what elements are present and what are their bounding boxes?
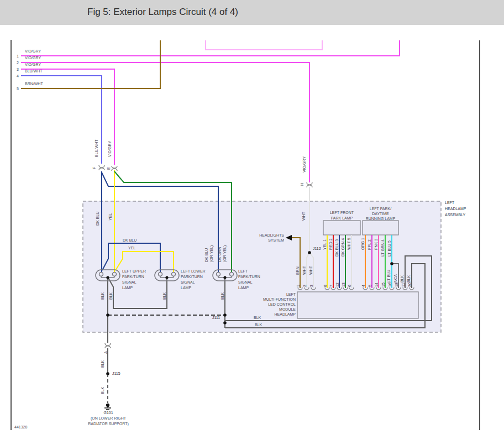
wire-color-label: VIO/GRY [302, 156, 307, 172]
wire-color-label: BLU/WHT [94, 140, 99, 158]
wire-color-label: DK BLU [123, 238, 136, 243]
ground-symbol [104, 404, 111, 410]
module-pin-number: 16 [387, 282, 392, 287]
ground-label-g101: G101 [92, 410, 125, 415]
module-pin-number: 1 [296, 285, 301, 287]
circuit-row-num: 4 [14, 74, 19, 78]
wiring-diagram-canvas [0, 0, 504, 445]
module-pin-number: 2 [302, 285, 307, 287]
wire-color-label: YEL 1 [322, 239, 327, 250]
wire-pale-pink-loop [206, 40, 322, 50]
wire-color-label: BRN [295, 266, 300, 275]
circuit-row-num: 3 [14, 67, 19, 72]
headlights-system-label: SYSTEM [243, 238, 284, 243]
wire-vio-gry-1 [21, 40, 400, 56]
module-pin-number: 7 [329, 285, 334, 287]
wire-color-label: YEL [108, 213, 113, 221]
front-park-lamp-box [323, 221, 360, 235]
wire-vio-gry-2 [21, 62, 309, 182]
module-title: MULTI-FUNCTION [243, 297, 296, 302]
wire-color-label: WHT [308, 266, 313, 275]
lamp-name: PARK/TURN [181, 274, 203, 279]
wire-color-label: DK BLU [204, 248, 209, 262]
wire-color-label: NCA [393, 274, 398, 282]
wire-color-label: (OR YEL) [209, 245, 214, 262]
wire-color-label: LT GRN 4 [380, 239, 385, 256]
inline-connector-h [307, 182, 312, 187]
wire-color-label: WHT [301, 212, 306, 221]
module-pin-number: 12 [335, 282, 340, 287]
junction-label-j112: J112 [313, 246, 321, 251]
wire-color-label: BLU/WHT [25, 69, 43, 74]
front-park-lamp-title: LEFT FRONT [323, 210, 360, 215]
assembly-label: ASSEMBLY [445, 212, 465, 217]
module-pin-number: 14 [374, 282, 379, 287]
drl-lamp-title: RUNNING LAMP [363, 216, 398, 221]
drl-lamp-title: DAYTIME [363, 211, 398, 216]
wire-color-label: BLK [406, 275, 411, 282]
module-title: MODULE [243, 307, 296, 312]
circuit-row-num: 2 [14, 60, 19, 65]
lamp-name: LAMP [122, 285, 133, 290]
headlights-system-label: HEADLIGHTS [243, 233, 284, 238]
wire-color-label: LT BLU 5 [387, 240, 392, 256]
lamp-name: LEFT LOWER [181, 269, 206, 274]
module-pin-number: 20 [407, 282, 412, 287]
wire-color-label: VIO/GRY [25, 49, 41, 54]
ground-location: RADIATOR SUPPORT) [83, 421, 133, 426]
assembly-label: LEFT [445, 200, 454, 205]
lamp-name: PARK/TURN [122, 274, 144, 279]
led-control-module-box [297, 292, 418, 318]
lamp-name: SIGNAL [238, 280, 253, 285]
figure-id: 441328 [14, 425, 27, 430]
module-title: HEADLAMP [243, 312, 296, 317]
wire-color-label: LT BLU [386, 270, 391, 282]
lamp-name: LAMP [238, 285, 249, 290]
module-pin-number: 5 [368, 285, 372, 287]
drl-lamp-title: LEFT PARK/ [363, 206, 398, 211]
ground-location: (ON LOWER RIGHT [83, 416, 133, 421]
wire-color-label: BLK [162, 292, 167, 300]
wire-color-label: BLK [255, 322, 262, 327]
drl-lamp-box [363, 221, 398, 235]
inline-connector-f [99, 165, 104, 170]
junction-label-j115: J115 [112, 371, 120, 376]
wire-color-label: BLK [100, 360, 105, 368]
module-pin-number: 3 [309, 285, 314, 287]
wire-color-label: (OR YEL) [222, 245, 227, 262]
connector-pin-letter: E [106, 167, 111, 170]
wire-color-label: BLK [220, 292, 225, 300]
connector-pin-letter: A [103, 351, 108, 354]
module-title: LED CONTROL [243, 302, 296, 307]
connector-pin-letter: F [92, 167, 97, 169]
lamp-name: LEFT UPPER [122, 269, 146, 274]
inline-connector-e [112, 166, 117, 171]
wire-color-label: DK GRN [217, 247, 222, 262]
wire-color-label: DK BLU 3 [334, 239, 339, 256]
front-park-lamp-title: PARK LAMP [323, 216, 360, 221]
lamp-name: PARK/TURN [238, 274, 260, 279]
wire-color-label: BLK [108, 292, 113, 300]
lamp-name: SIGNAL [181, 280, 195, 285]
module-title: LEFT [243, 292, 296, 297]
module-pin-number: 6 [347, 285, 352, 287]
lamp-name: SIGNAL [122, 280, 136, 285]
assembly-label: HEADLAMP [445, 206, 466, 211]
wire-color-label: DK BLU [95, 212, 100, 226]
wire-color-label: DK GRN 4 [340, 238, 345, 256]
module-pin-number: 8 [323, 285, 328, 287]
module-pin-number: 13 [341, 282, 346, 287]
inline-connector-a [105, 343, 111, 348]
wire-color-label: ORG 1 [360, 238, 365, 250]
circuit-row-num: 5 [14, 86, 19, 91]
connector-pin-letter: H [300, 183, 305, 186]
wire-color-label: VIO/GRY [25, 62, 41, 67]
wire-color-label: WHT 5 [347, 238, 351, 250]
module-pin-number: 15 [381, 282, 386, 287]
wire-color-label: VIO/GRY [25, 55, 41, 60]
wiring-diagram-page: Fig 5: Exterior Lamps Circuit (4 of 4) [0, 0, 504, 445]
wire-color-label: RED 2 [328, 238, 333, 250]
wire-color-label: BLK [400, 275, 405, 282]
lamp-name: LAMP [181, 285, 191, 290]
wire-color-label: PPL 2 [367, 239, 372, 250]
